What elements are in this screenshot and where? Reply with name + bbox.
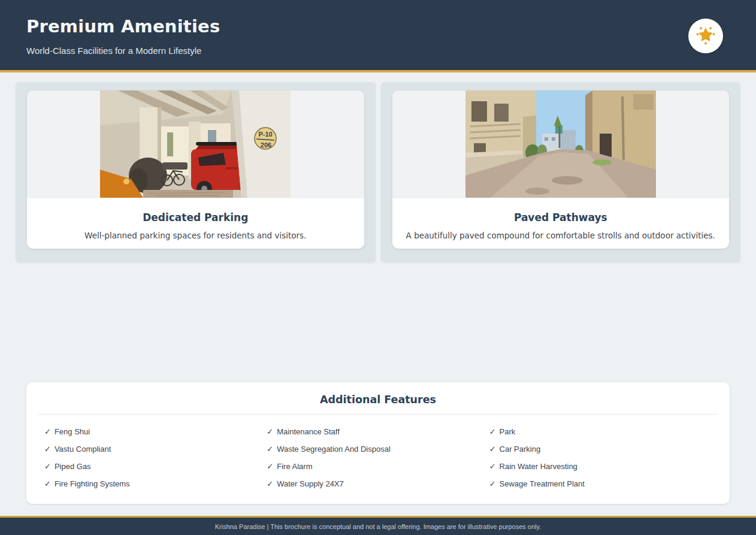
amenity-card-parking: P-10 206 Dedicated Parking Well-planned … <box>27 90 364 249</box>
check-icon: ✓ <box>44 445 51 454</box>
card-caption: Dedicated Parking Well-planned parking s… <box>27 198 364 240</box>
check-icon: ✓ <box>267 479 273 488</box>
page-title: Premium Amenities <box>0 0 756 37</box>
feature-item-car-parking: ✓Car Parking <box>489 445 712 454</box>
check-icon: ✓ <box>489 427 496 436</box>
additional-features-title: Additional Features <box>38 394 718 406</box>
feature-item-feng-shui: ✓Feng Shui <box>44 427 267 437</box>
feature-item-park: ✓Park <box>489 427 712 437</box>
amenity-card-pathways: Paved Pathways A beautifully paved compo… <box>392 90 730 249</box>
features-column-1: ✓Feng Shui ✓Vastu Compliant ✓Piped Gas ✓… <box>44 427 267 489</box>
footer-disclaimer: Krishna Paradise | This brochure is conc… <box>215 523 542 530</box>
brand-logo <box>688 19 723 53</box>
amenity-cards-row: P-10 206 Dedicated Parking Well-planned … <box>16 82 740 262</box>
check-icon: ✓ <box>267 445 273 454</box>
card-title-dedicated-parking: Dedicated Parking <box>27 211 364 223</box>
check-icon: ✓ <box>44 479 51 488</box>
additional-features-card: Additional Features ✓Feng Shui ✓Vastu Co… <box>26 382 730 504</box>
page-header: Premium Amenities World-Class Facilities… <box>0 0 756 72</box>
parking-sign-top-label: P-10 <box>259 131 273 138</box>
photo-letterbox: P-10 206 <box>27 90 364 198</box>
paved-compound-photo <box>465 90 656 198</box>
features-column-2: ✓Maintenance Staff ✓Waste Segregation An… <box>267 427 489 489</box>
features-grid: ✓Feng Shui ✓Vastu Compliant ✓Piped Gas ✓… <box>38 415 718 489</box>
amenity-panel-pathways: Paved Pathways A beautifully paved compo… <box>381 82 741 262</box>
star-burst-icon <box>695 24 716 48</box>
feature-item-sewage-treatment-plant: ✓Sewage Treatment Plant <box>489 479 712 489</box>
check-icon: ✓ <box>267 427 273 436</box>
page-footer: Krishna Paradise | This brochure is conc… <box>0 516 756 535</box>
feature-item-water-supply: ✓Water Supply 24X7 <box>267 479 489 489</box>
features-column-3: ✓Park ✓Car Parking ✓Rain Water Harvestin… <box>489 427 712 489</box>
feature-item-fire-fighting-systems: ✓Fire Fighting Systems <box>44 479 267 489</box>
feature-item-fire-alarm: ✓Fire Alarm <box>267 462 489 471</box>
card-description: A beautifully paved compound for comfort… <box>403 231 719 240</box>
check-icon: ✓ <box>489 479 496 488</box>
feature-item-vastu-compliant: ✓Vastu Compliant <box>44 445 267 454</box>
parking-sign-bottom-label: 206 <box>261 141 271 149</box>
check-icon: ✓ <box>267 462 273 471</box>
feature-item-waste-segregation: ✓Waste Segregation And Disposal <box>267 445 489 454</box>
card-description: Well-planned parking spaces for resident… <box>38 231 353 240</box>
check-icon: ✓ <box>489 445 496 454</box>
card-caption: Paved Pathways A beautifully paved compo… <box>392 198 730 240</box>
check-icon: ✓ <box>44 427 51 436</box>
feature-item-maintenance-staff: ✓Maintenance Staff <box>267 427 489 437</box>
amenity-panel-parking: P-10 206 Dedicated Parking Well-planned … <box>16 82 376 262</box>
feature-item-rain-water-harvesting: ✓Rain Water Harvesting <box>489 462 712 471</box>
page-subtitle: World-Class Facilities for a Modern Life… <box>0 37 756 56</box>
photo-letterbox <box>392 90 730 198</box>
check-icon: ✓ <box>44 462 51 471</box>
feature-item-piped-gas: ✓Piped Gas <box>44 462 267 471</box>
parking-garage-photo: P-10 206 <box>100 90 291 198</box>
card-title-paved-pathways: Paved Pathways <box>392 211 730 223</box>
check-icon: ✓ <box>489 462 496 471</box>
